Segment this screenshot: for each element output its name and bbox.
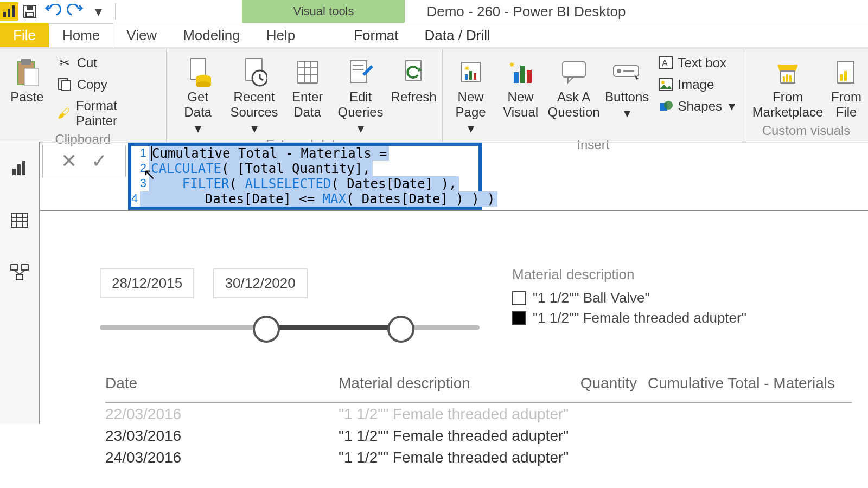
formula-cancel-icon[interactable]: ✕ [61,150,77,172]
new-page-icon: ✷ [455,56,487,88]
group-custom-visuals: From Marketplace From File Custom visual… [744,49,868,142]
tab-modeling[interactable]: Modeling [170,23,253,47]
new-visual-button[interactable]: ✷ New Visual [498,53,544,120]
svg-rect-54 [17,164,21,175]
svg-rect-31 [474,73,476,80]
svg-rect-55 [22,161,25,175]
tab-data-drill[interactable]: Data / Drill [412,23,503,47]
textbox-button[interactable]: A Text box [654,53,738,73]
svg-rect-56 [11,213,28,227]
cut-button[interactable]: ✂ Cut [53,53,161,73]
undo-icon[interactable] [41,1,64,22]
legend-item-1[interactable]: "1 1/2"" Female threaded adupter" [512,310,746,326]
data-table[interactable]: Date Material description Quantity Cumul… [105,369,852,468]
shapes-button[interactable]: Shapes▾ [654,96,738,117]
svg-line-65 [20,270,25,274]
new-page-button[interactable]: ✷ New Page▾ [448,53,494,136]
clock-doc-icon [238,56,271,88]
marketplace-icon [771,56,804,88]
svg-rect-53 [12,169,16,175]
checkbox-icon[interactable] [512,291,526,305]
svg-rect-34 [520,66,525,83]
qat-dropdown-icon[interactable]: ▾ [87,1,110,22]
code-line-2: CALCULATE( [Total Quantity], [149,161,373,176]
enter-data-button[interactable]: Enter Data [285,53,330,120]
svg-line-64 [14,270,20,274]
group-insert: ✷ New Page▾ ✷ New Visual Ask A Question [443,49,744,142]
svg-rect-29 [465,74,468,80]
table-row[interactable]: 23/03/2016 "1 1/2"" Female threaded adup… [105,425,852,447]
copy-button[interactable]: Copy [53,74,161,95]
window-title: Demo - 260 - Power BI Desktop [426,0,626,23]
textbox-icon: A [658,55,674,71]
svg-rect-18 [298,61,317,83]
formula-editor[interactable]: 1Cumulative Total - Materials = 2CALCULA… [128,143,482,210]
formula-bar: ✕ ✓ 1Cumulative Total - Materials = 2CAL… [40,143,868,211]
copy-icon [56,76,73,93]
legend-title: Material description [512,266,746,283]
tab-help[interactable]: Help [253,23,308,47]
table-header: Date Material description Quantity Cumul… [105,369,852,403]
code-line-1: Cumulative Total - Materials = [149,146,389,161]
data-view-button[interactable] [0,205,39,235]
svg-rect-36 [563,62,585,77]
code-line-4: Dates[Date] <= MAX( Dates[Date] ) ) ) [140,191,497,207]
report-canvas: ✕ ✓ 1Cumulative Total - Materials = 2CAL… [40,142,868,488]
database-icon [182,56,214,88]
file-icon [830,56,863,88]
legend-item-0[interactable]: "1 1/2"" Ball Valve" [512,290,746,306]
tab-view[interactable]: View [113,23,170,47]
edit-doc-icon [344,56,377,88]
date-slicer[interactable]: 28/12/2015 30/12/2020 [100,268,480,344]
paste-button[interactable]: Paste [5,53,49,105]
redo-icon[interactable] [64,1,87,22]
tab-home[interactable]: Home [49,23,113,47]
slicer-end-date[interactable]: 30/12/2020 [213,268,308,298]
shapes-icon [658,98,674,114]
svg-rect-8 [21,59,31,65]
get-data-button[interactable]: Get Data▾ [172,53,224,136]
image-button[interactable]: Image [654,74,738,95]
speech-icon [558,56,590,88]
svg-point-38 [617,69,621,73]
checkbox-icon[interactable] [512,311,526,325]
paste-icon [11,56,43,88]
tab-format[interactable]: Format [341,23,411,47]
format-painter-button[interactable]: 🖌 Format Painter [53,96,161,131]
buttons-button[interactable]: Buttons▾ [604,53,650,121]
slicer-start-date[interactable]: 28/12/2015 [100,268,194,298]
refresh-button[interactable]: Refresh [391,53,437,105]
group-external-data: Get Data▾ Recent Sources▾ Enter Data Edi… [167,49,443,142]
title-bar: ▾ Visual tools Demo - 260 - Power BI Des… [0,0,868,23]
from-marketplace-button[interactable]: From Marketplace [750,53,826,120]
svg-rect-62 [22,265,28,270]
contextual-tab-label: Visual tools [242,0,405,23]
table-row[interactable]: 24/03/2016 "1 1/2"" Female threaded adup… [105,447,852,468]
recent-sources-button[interactable]: Recent Sources▾ [228,53,280,136]
tab-file[interactable]: File [0,23,49,47]
svg-rect-49 [789,75,792,82]
refresh-icon [398,56,430,88]
from-file-button[interactable]: From File [830,53,863,120]
ask-question-button[interactable]: Ask A Question [548,53,600,120]
svg-text:✷: ✷ [508,60,515,69]
svg-point-43 [661,81,665,84]
formula-commit-icon[interactable]: ✓ [91,150,107,172]
view-rail [0,142,40,424]
save-icon[interactable] [18,1,41,22]
model-view-button[interactable] [0,257,39,287]
edit-queries-button[interactable]: Edit Queries▾ [335,53,387,136]
svg-rect-9 [24,68,39,86]
table-icon [291,56,324,88]
table-row[interactable]: 22/03/2016 "1 1/2"" Female threaded adup… [105,403,852,425]
brush-icon: 🖌 [56,105,72,121]
svg-rect-5 [27,6,33,10]
report-view-button[interactable] [0,153,39,183]
svg-rect-3 [12,5,15,17]
svg-rect-2 [8,9,10,17]
svg-rect-61 [11,265,17,270]
slider-handle-start[interactable] [253,316,280,343]
svg-rect-6 [26,12,34,17]
svg-rect-11 [62,81,71,91]
slider-handle-end[interactable] [387,316,414,343]
